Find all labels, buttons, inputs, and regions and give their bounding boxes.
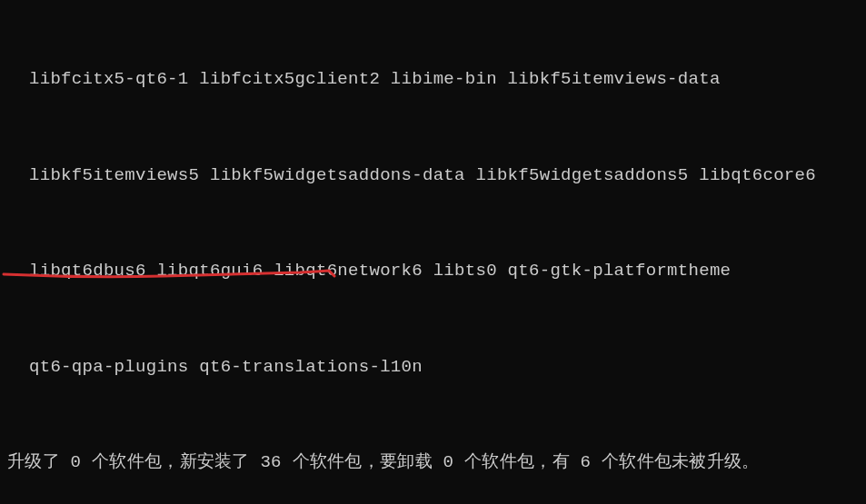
package-list-line: libkf5itemviews5 libkf5widgetsaddons-dat… — [4, 160, 862, 192]
upgrade-summary: 升级了 0 个软件包，新安装了 36 个软件包，要卸载 0 个软件包，有 6 个… — [4, 447, 862, 479]
package-list-line: libfcitx5-qt6-1 libfcitx5gclient2 libime… — [4, 64, 862, 95]
terminal-output[interactable]: libfcitx5-qt6-1 libfcitx5gclient2 libime… — [0, 0, 866, 504]
package-list-line: qt6-qpa-plugins qt6-translations-l10n — [4, 351, 862, 383]
package-list-line: libqt6dbus6 libqt6gui6 libqt6network6 li… — [4, 255, 862, 287]
